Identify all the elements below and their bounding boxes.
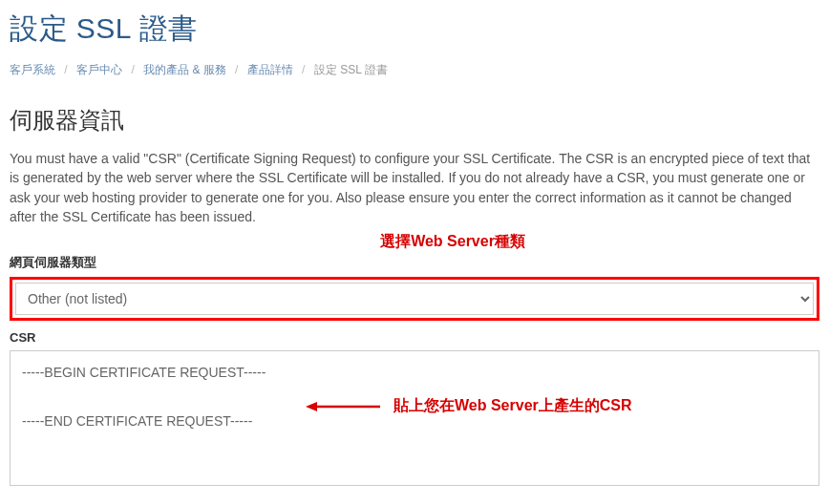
breadcrumb-separator: / bbox=[302, 63, 305, 76]
breadcrumb-current: 設定 SSL 證書 bbox=[314, 63, 388, 76]
server-type-select[interactable]: Other (not listed) bbox=[15, 283, 814, 315]
breadcrumb-separator: / bbox=[235, 63, 238, 76]
breadcrumb-separator: / bbox=[64, 63, 67, 76]
page-title: 設定 SSL 證書 bbox=[10, 10, 819, 49]
breadcrumb-link[interactable]: 產品詳情 bbox=[247, 63, 293, 76]
annotation-select-server: 選擇Web Server種類 bbox=[48, 232, 829, 252]
csr-container: 貼上您在Web Server上產生的CSR bbox=[10, 350, 819, 490]
server-type-highlight-box: Other (not listed) bbox=[10, 277, 819, 321]
breadcrumb-link[interactable]: 我的產品 & 服務 bbox=[143, 63, 226, 76]
server-type-label: 網頁伺服器類型 bbox=[10, 254, 819, 271]
section-title: 伺服器資訊 bbox=[10, 105, 819, 136]
description-text: You must have a valid "CSR" (Certificate… bbox=[10, 149, 819, 226]
breadcrumb-link[interactable]: 客戶系統 bbox=[10, 63, 55, 76]
breadcrumb: 客戶系統 / 客戶中心 / 我的產品 & 服務 / 產品詳情 / 設定 SSL … bbox=[10, 62, 819, 78]
breadcrumb-link[interactable]: 客戶中心 bbox=[76, 63, 122, 76]
breadcrumb-separator: / bbox=[131, 63, 134, 76]
csr-textarea[interactable] bbox=[10, 350, 819, 486]
csr-label: CSR bbox=[10, 330, 819, 345]
